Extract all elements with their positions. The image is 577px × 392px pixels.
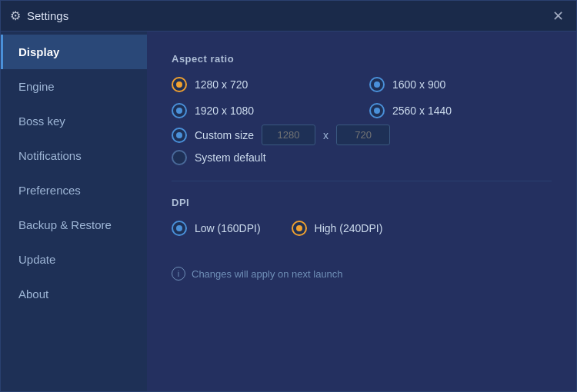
settings-icon: ⚙ bbox=[10, 8, 21, 23]
dpi-title: DPI bbox=[172, 197, 552, 208]
sidebar-item-backup[interactable]: Backup & Restore bbox=[1, 208, 147, 242]
custom-size-label: Custom size bbox=[195, 129, 254, 141]
radio-1920x1080[interactable] bbox=[172, 103, 187, 118]
sidebar-item-notifications[interactable]: Notifications bbox=[1, 138, 147, 173]
system-default-label: System default bbox=[195, 151, 266, 164]
sidebar-item-preferences[interactable]: Preferences bbox=[1, 173, 147, 208]
aspect-ratio-title: Aspect ratio bbox=[172, 53, 552, 65]
section-divider bbox=[172, 181, 552, 181]
custom-size-row: Custom size x bbox=[172, 125, 552, 145]
footer-note: Changes will apply on next launch bbox=[192, 268, 343, 280]
resolution-label-2560x1440: 2560 x 1440 bbox=[392, 105, 452, 117]
dpi-high-label: High (240DPI) bbox=[315, 222, 383, 234]
close-button[interactable]: ✕ bbox=[549, 7, 567, 25]
custom-height-input[interactable] bbox=[336, 125, 390, 145]
resolution-grid: 1280 x 720 1600 x 900 1920 x 1080 2560 x… bbox=[172, 77, 552, 118]
sidebar-item-update[interactable]: Update bbox=[1, 242, 147, 277]
system-default-row: System default bbox=[172, 150, 552, 165]
sidebar-item-bosskey[interactable]: Boss key bbox=[1, 104, 147, 138]
custom-width-input[interactable] bbox=[262, 125, 315, 145]
footer-info: i Changes will apply on next launch bbox=[172, 267, 552, 281]
resolution-1600x900[interactable]: 1600 x 900 bbox=[369, 77, 552, 92]
resolution-2560x1440[interactable]: 2560 x 1440 bbox=[369, 103, 552, 118]
custom-size-separator: x bbox=[323, 129, 329, 141]
resolution-label-1280x720: 1280 x 720 bbox=[195, 78, 248, 91]
dpi-low[interactable]: Low (160DPI) bbox=[172, 221, 261, 236]
dpi-high[interactable]: High (240DPI) bbox=[292, 221, 383, 236]
radio-1600x900[interactable] bbox=[369, 77, 385, 92]
sidebar-item-about[interactable]: About bbox=[1, 277, 147, 311]
resolution-1920x1080[interactable]: 1920 x 1080 bbox=[172, 103, 354, 118]
radio-1280x720[interactable] bbox=[172, 77, 187, 92]
info-icon: i bbox=[172, 267, 185, 281]
radio-2560x1440[interactable] bbox=[369, 103, 385, 118]
radio-custom-size[interactable] bbox=[172, 128, 187, 143]
resolution-label-1920x1080: 1920 x 1080 bbox=[195, 105, 254, 117]
resolution-label-1600x900: 1600 x 900 bbox=[392, 78, 445, 91]
radio-dpi-high[interactable] bbox=[292, 221, 307, 236]
sidebar-item-display[interactable]: Display bbox=[1, 35, 147, 69]
window-title: Settings bbox=[27, 9, 549, 22]
sidebar: Display Engine Boss key Notifications Pr… bbox=[1, 32, 147, 391]
resolution-1280x720[interactable]: 1280 x 720 bbox=[172, 77, 354, 92]
main-panel: Aspect ratio 1280 x 720 1600 x 900 1920 … bbox=[147, 32, 576, 391]
title-bar: ⚙ Settings ✕ bbox=[1, 1, 576, 32]
dpi-low-label: Low (160DPI) bbox=[195, 222, 261, 234]
window-content: Display Engine Boss key Notifications Pr… bbox=[1, 32, 576, 391]
settings-window: ⚙ Settings ✕ Display Engine Boss key Not… bbox=[0, 0, 577, 392]
radio-system-default[interactable] bbox=[172, 150, 187, 165]
radio-dpi-low[interactable] bbox=[172, 221, 187, 236]
dpi-grid: Low (160DPI) High (240DPI) bbox=[172, 221, 552, 236]
sidebar-item-engine[interactable]: Engine bbox=[1, 69, 147, 104]
